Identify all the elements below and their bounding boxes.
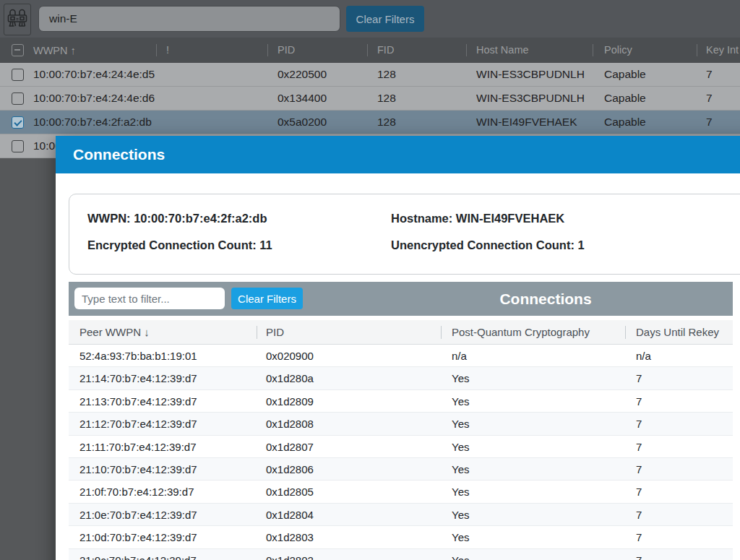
cell: 7 — [636, 367, 642, 389]
cell: 0x1d2802 — [266, 549, 314, 560]
row-checkbox[interactable] — [12, 116, 24, 129]
connections-table-row[interactable]: 21:13:70:b7:e4:12:39:d70x1d2809Yes7 — [69, 390, 733, 413]
column-divider — [697, 44, 697, 56]
cell-fid: 128 — [377, 111, 396, 133]
cell-key-interval: 7 — [706, 63, 713, 85]
summary-wwpn: WWPN: 10:00:70:b7:e4:2f:a2:db — [87, 212, 267, 225]
cell-hostname: WIN-EI49FVEHAEK — [476, 111, 577, 133]
cell: 0x1d280a — [266, 367, 314, 389]
screen: win-E Clear Filters WWPN ↑ ! PID FID Hos… — [0, 0, 740, 560]
cell: 7 — [636, 526, 642, 548]
sort-desc-icon: ↓ — [144, 326, 150, 338]
cell: 7 — [636, 481, 642, 503]
row-checkbox[interactable] — [12, 92, 24, 105]
select-all-checkbox[interactable] — [12, 44, 24, 56]
column-header-hostname[interactable]: Host Name — [476, 38, 529, 63]
cell-hostname: WIN-ES3CBPUDNLH — [476, 63, 585, 85]
row-checkbox[interactable] — [12, 140, 24, 152]
column-header-wwpn[interactable]: WWPN ↑ — [33, 38, 76, 64]
cell: 21:12:70:b7:e4:12:39:d7 — [79, 413, 197, 435]
column-header-pqc[interactable]: Post-Quantum Cryptography — [452, 320, 590, 345]
cell: Yes — [452, 481, 469, 503]
column-header-fid[interactable]: FID — [377, 38, 394, 63]
cell-hostname: WIN-ES3CBPUDNLH — [476, 87, 585, 109]
connections-table-row[interactable]: 21:11:70:b7:e4:12:39:d70x1d2807Yes7 — [69, 436, 733, 458]
cell-policy: Capable — [604, 111, 646, 133]
connections-clear-filters-button[interactable]: Clear Filters — [231, 288, 303, 309]
cell: Yes — [452, 436, 469, 458]
cell-pid: 0x134400 — [278, 87, 327, 109]
wwpn-table-row[interactable]: 10:00:70:b7:e4:2f:a2:db0x5a0200128WIN-EI… — [0, 111, 740, 134]
cell: 7 — [636, 549, 642, 560]
cell: 0x020900 — [266, 345, 314, 367]
wwpn-filter-value: win-E — [49, 12, 77, 25]
cell: 7 — [636, 413, 642, 435]
column-divider — [257, 326, 257, 339]
cell: Yes — [452, 390, 469, 413]
cell: Yes — [452, 413, 469, 435]
cell: 21:0d:70:b7:e4:12:39:d7 — [79, 526, 197, 548]
connections-table-row[interactable]: 21:0c:70:b7:e4:12:39:d70x1d2802Yes7 — [69, 549, 733, 560]
connections-table-title: Connections — [473, 282, 618, 316]
cell: 0x1d2804 — [266, 504, 314, 526]
wwpn-table-row[interactable]: 10:00:70:b7:e4:24:4e:d60x134400128WIN-ES… — [0, 87, 740, 111]
cell: 0x1d2809 — [266, 390, 314, 413]
cell: n/a — [452, 345, 467, 367]
cell: 21:11:70:b7:e4:12:39:d7 — [79, 436, 197, 458]
cell-fid: 128 — [377, 87, 396, 109]
column-divider — [156, 44, 157, 56]
cell-fid: 128 — [377, 63, 396, 85]
cell: 0x1d2803 — [266, 526, 314, 548]
cell: 21:10:70:b7:e4:12:39:d7 — [79, 458, 197, 481]
column-header-key-interval[interactable]: Key Int — [706, 38, 739, 63]
cell: 21:0c:70:b7:e4:12:39:d7 — [79, 549, 197, 560]
column-divider — [441, 326, 442, 339]
column-header-alert[interactable]: ! — [166, 38, 169, 63]
column-divider — [267, 44, 268, 56]
wwpn-filter-input[interactable]: win-E — [38, 6, 340, 32]
connections-table-row[interactable]: 21:0e:70:b7:e4:12:39:d70x1d2804Yes7 — [69, 504, 733, 526]
cell-pid: 0x220500 — [278, 63, 327, 85]
cell: Yes — [452, 549, 469, 560]
connection-summary-card: WWPN: 10:00:70:b7:e4:2f:a2:db Hostname: … — [69, 194, 740, 275]
cell: 0x1d2806 — [266, 458, 314, 481]
cell-wwpn: 10:00:70:b7:e4:24:4e:d5 — [33, 63, 155, 85]
connections-table-body: 52:4a:93:7b:ba:b1:19:010x020900n/an/a21:… — [69, 345, 733, 560]
row-checkbox[interactable] — [12, 69, 24, 81]
cell: Yes — [452, 504, 469, 526]
cell: 7 — [636, 458, 642, 481]
wwpn-table-row[interactable]: 10:00:70:b7:e4:24:4e:d50x220500128WIN-ES… — [0, 63, 740, 87]
connections-dialog: Connections WWPN: 10:00:70:b7:e4:2f:a2:d… — [56, 136, 740, 560]
connections-table-row[interactable]: 21:14:70:b7:e4:12:39:d70x1d280aYes7 — [69, 367, 733, 389]
column-header-days-until-rekey[interactable]: Days Until Rekey — [636, 320, 719, 345]
cell-key-interval: 7 — [706, 87, 713, 109]
cell-key-interval: 7 — [706, 111, 713, 133]
summary-unencrypted-count: Unencrypted Connection Count: 1 — [391, 238, 585, 252]
column-header-pid[interactable]: PID — [266, 320, 284, 345]
clear-filters-button[interactable]: Clear Filters — [346, 6, 424, 32]
connections-filter-input[interactable] — [74, 288, 225, 309]
cell-wwpn: 10:00:70:b7:e4:2f:a2:db — [33, 111, 152, 133]
cell: 0x1d2805 — [266, 481, 314, 503]
connections-table-row[interactable]: 21:12:70:b7:e4:12:39:d70x1d2808Yes7 — [69, 413, 733, 435]
connections-table-row[interactable]: 21:10:70:b7:e4:12:39:d70x1d2806Yes7 — [69, 458, 733, 481]
column-header-peer-wwpn[interactable]: Peer WWPN ↓ — [79, 320, 150, 345]
wwpn-table-header: WWPN ↑ ! PID FID Host Name Policy Key In… — [0, 38, 740, 63]
column-header-policy[interactable]: Policy — [604, 38, 632, 63]
cell: Yes — [452, 526, 469, 548]
cell: 21:0f:70:b7:e4:12:39:d7 — [79, 481, 194, 503]
cell: 0x1d2808 — [266, 413, 314, 435]
cell-policy: Capable — [604, 87, 646, 109]
column-header-pid[interactable]: PID — [278, 38, 295, 63]
cell: 21:0e:70:b7:e4:12:39:d7 — [79, 504, 197, 526]
connections-table-row[interactable]: 52:4a:93:7b:ba:b1:19:010x020900n/an/a — [69, 345, 733, 367]
column-divider — [466, 44, 467, 56]
cell: 52:4a:93:7b:ba:b1:19:01 — [79, 345, 197, 367]
app-logo — [4, 4, 31, 35]
dialog-header: Connections — [56, 136, 740, 173]
connections-table-row[interactable]: 21:0d:70:b7:e4:12:39:d70x1d2803Yes7 — [69, 526, 733, 548]
cell: 21:13:70:b7:e4:12:39:d7 — [79, 390, 197, 413]
dialog-title: Connections — [73, 146, 165, 163]
connections-table-row[interactable]: 21:0f:70:b7:e4:12:39:d70x1d2805Yes7 — [69, 481, 733, 503]
column-divider — [367, 44, 368, 56]
